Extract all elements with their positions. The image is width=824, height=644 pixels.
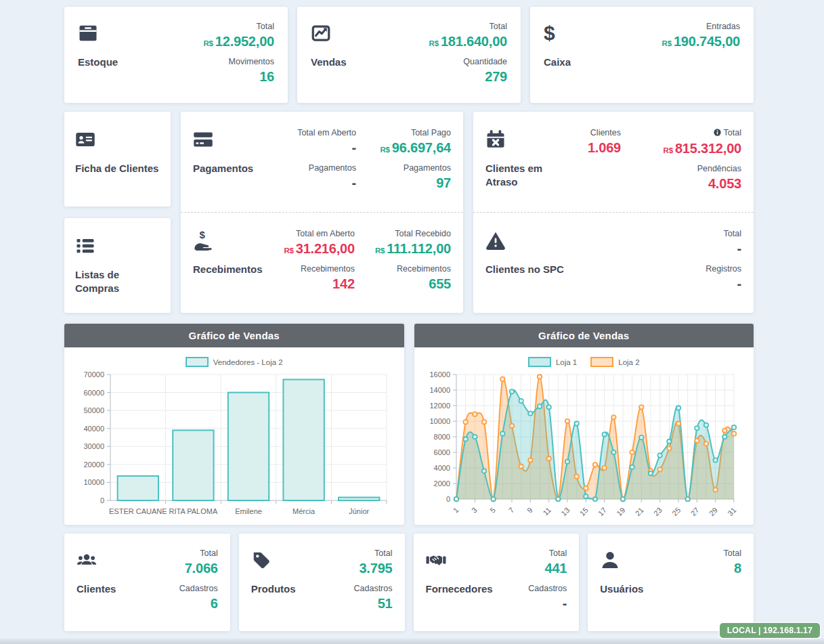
svg-text:23: 23	[651, 506, 663, 517]
section-clientes-spc[interactable]: Clientes no SPC Total- Registros-	[473, 212, 754, 312]
svg-text:2000: 2000	[433, 479, 450, 488]
legend-label: Loja 2	[618, 358, 639, 366]
svg-text:12000: 12000	[429, 402, 450, 410]
section-pagamentos[interactable]: Pagamentos Total em Aberto- Pagamentos- …	[181, 112, 463, 212]
svg-text:4000: 4000	[433, 464, 450, 472]
stat: Quantidade 279	[429, 56, 507, 85]
card-title: Produtos	[251, 582, 296, 596]
card-fornecedores[interactable]: Fornecedores Total441 Cadastros-	[414, 534, 580, 631]
pagamentos-paid-column: Total PagoR$96.697,64 Pagamentos97	[376, 127, 451, 212]
triangle-exclamation-icon	[485, 230, 507, 252]
section-recebimentos[interactable]: $ Recebimentos Total em AbertoR$31.216,0…	[181, 212, 463, 312]
card-usuarios[interactable]: Usuários Total8	[588, 534, 754, 631]
handshake-icon	[426, 550, 448, 572]
svg-text:Júnior: Júnior	[349, 507, 369, 515]
card-stats: Entradas R$190.745,00	[662, 20, 740, 89]
card-clientes[interactable]: Clientes Total7.066 Cadastros6	[64, 534, 230, 631]
card-title: Ficha de Clientes	[75, 162, 160, 175]
svg-text:10000: 10000	[429, 417, 450, 425]
chart-title: Gráfico de Vendas	[414, 324, 754, 347]
svg-text:40000: 40000	[83, 425, 104, 433]
svg-text:11: 11	[541, 506, 552, 517]
card-stats: Total7.066 Cadastros6	[179, 547, 218, 618]
svg-text:16000: 16000	[429, 370, 450, 379]
svg-text:8000: 8000	[433, 433, 450, 441]
legend-swatch	[528, 357, 551, 367]
svg-text:9: 9	[525, 506, 534, 515]
card-produtos[interactable]: Produtos Total3.795 Cadastros51	[239, 534, 405, 631]
card-stats: Total3.795 Cadastros51	[354, 547, 393, 618]
summary-row-bottom: Clientes Total7.066 Cadastros6 Produtos …	[64, 534, 754, 631]
bar-chart-legend[interactable]: Vendedores - Loja 2	[74, 357, 395, 367]
tag-icon	[251, 550, 273, 572]
svg-text:ESTER CAUANE: ESTER CAUANE	[109, 507, 167, 515]
card-stats: Total R$181.640,00 Quantidade 279	[429, 20, 507, 89]
summary-row-top: Estoque Total R$12.952,00 Movimentos 16 …	[64, 7, 754, 103]
card-estoque[interactable]: Estoque Total R$12.952,00 Movimentos 16	[64, 7, 288, 103]
card-vendas[interactable]: Vendas Total R$181.640,00 Quantidade 279	[297, 7, 521, 103]
svg-text:50000: 50000	[83, 406, 104, 414]
svg-text:3: 3	[469, 506, 478, 515]
svg-text:7: 7	[506, 506, 515, 515]
svg-text:0: 0	[100, 496, 104, 505]
bar-chart-svg[interactable]: 010000200003000040000500006000070000ESTE…	[74, 369, 392, 519]
svg-text:70000: 70000	[83, 370, 104, 379]
user-icon	[600, 550, 622, 572]
line-chart-svg[interactable]: 0200040006000800010000120001400016000135…	[424, 369, 742, 519]
chart-title: Gráfico de Vendas	[64, 324, 404, 347]
card-title: Caixa	[544, 56, 571, 69]
svg-text:60000: 60000	[83, 389, 104, 397]
svg-text:Emilene: Emilene	[235, 507, 262, 515]
stat: Total R$181.640,00	[429, 20, 507, 49]
summary-row-middle: Ficha de Clientes Listas de Compras Paga…	[64, 112, 754, 313]
svg-text:Mércia: Mércia	[292, 507, 316, 515]
legend-label: Loja 1	[556, 358, 577, 366]
page-bottom-strip	[0, 639, 824, 644]
hand-holding-dollar-icon: $	[193, 230, 215, 252]
card-title: Pagamentos	[193, 162, 253, 175]
card-title: Estoque	[78, 56, 118, 69]
card-ficha-clientes[interactable]: Ficha de Clientes	[64, 112, 171, 207]
stat: Movimentos 16	[204, 56, 275, 85]
card-title: Recebimentos	[193, 263, 263, 276]
svg-text:15: 15	[578, 506, 589, 517]
users-icon	[77, 550, 98, 572]
line-chart-legend[interactable]: Loja 1Loja 2	[424, 357, 745, 367]
svg-text:17: 17	[596, 506, 607, 517]
legend-item[interactable]: Loja 1	[528, 357, 577, 367]
legend-item[interactable]: Vendedores - Loja 2	[186, 357, 283, 367]
charts-row: Gráfico de Vendas Vendedores - Loja 2 01…	[64, 324, 754, 525]
atraso-clientes-column: Clientes1.069	[546, 127, 621, 212]
info-icon[interactable]	[714, 127, 721, 140]
pagamentos-open-column: Total em Aberto- Pagamentos-	[282, 127, 356, 212]
dashboard-page: Estoque Total R$12.952,00 Movimentos 16 …	[0, 0, 824, 631]
legend-label: Vendedores - Loja 2	[213, 358, 283, 366]
card-title: Usuários	[600, 582, 643, 596]
svg-text:0: 0	[446, 495, 450, 503]
chart-line-icon	[311, 23, 332, 45]
atraso-total-column: Total R$815.312,00 Pendências4.053	[641, 127, 741, 212]
svg-text:25: 25	[670, 506, 682, 517]
card-stats: Total R$12.952,00 Movimentos 16	[204, 20, 275, 89]
card-caixa[interactable]: $ Caixa Entradas R$190.745,00	[530, 7, 754, 103]
svg-text:5: 5	[488, 506, 497, 515]
recebimentos-open-column: Total em AbertoR$31.216,00 Recebimentos1…	[280, 228, 355, 312]
svg-text:19: 19	[615, 506, 626, 517]
card-stats: Total441 Cadastros-	[528, 547, 567, 618]
card-title: Listas de Compras	[75, 268, 156, 296]
calendar-xmark-icon	[485, 129, 507, 151]
card-listas-compras[interactable]: Listas de Compras	[64, 218, 171, 313]
svg-text:21: 21	[633, 506, 645, 517]
dollar-icon: $	[544, 23, 565, 45]
card-atraso-spc: Clientes em Atraso Clientes1.069 Total R…	[473, 112, 754, 313]
svg-text:6000: 6000	[433, 448, 450, 456]
svg-text:10000: 10000	[83, 478, 104, 486]
legend-item[interactable]: Loja 2	[590, 357, 639, 367]
svg-text:29: 29	[707, 506, 718, 517]
section-clientes-atraso[interactable]: Clientes em Atraso Clientes1.069 Total R…	[473, 112, 754, 212]
svg-text:1: 1	[451, 506, 460, 515]
recebimentos-received-column: Total RecebidoR$111.112,00 Recebimentos6…	[375, 228, 451, 312]
svg-text:27: 27	[689, 506, 700, 517]
legend-swatch	[186, 357, 209, 367]
svg-text:13: 13	[559, 506, 571, 517]
